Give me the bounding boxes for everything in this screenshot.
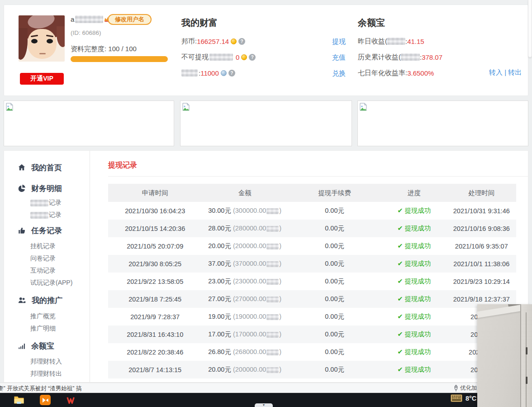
amount-mosaic-blur — [266, 350, 279, 355]
main-panel: 我的首页 财务明细 记录 记录 任务记录 挂机记录 问卷记录 互动记录 试玩记录… — [4, 150, 528, 383]
yuebao-row2-label: 历史累计收益( — [358, 53, 401, 62]
sidebar-item-home[interactable]: 我的首页 — [18, 162, 62, 173]
fee-cell: 0.00元 — [288, 259, 381, 268]
check-icon: ✔ — [397, 242, 403, 249]
sidebar-item-yuebao-transfer-out[interactable]: 邦理财转出 — [30, 369, 62, 379]
process-time-cell: 2021/10/6 9:35:07 — [447, 243, 516, 250]
sidebar-item-label: 邦理财转入 — [30, 358, 62, 366]
sidebar-item-recharge-records[interactable]: 记录 — [30, 210, 62, 220]
check-icon: ✔ — [397, 330, 403, 338]
sidebar-item-withdraw-records[interactable]: 记录 — [30, 197, 62, 208]
sidebar-item-promo-overview[interactable]: 推广概览 — [30, 311, 56, 322]
avatar-brow — [31, 35, 38, 37]
status-cell: ✔ 提现成功 — [381, 295, 446, 303]
yuebao-row2-value: 378.07 — [422, 53, 442, 61]
news-ticker-text[interactable]: 妻” 开放式关系被封 “渣男始祖” 搞 — [0, 385, 81, 393]
yuebao-row-rate: 七日年化收益率: 3.6500% — [358, 68, 434, 77]
status-cell: ✔ 提现成功 — [381, 277, 446, 286]
table-header-row: 申请时间 金额 提现手续费 进度 处理时间 — [108, 184, 516, 202]
vertical-scrollbar-thumb[interactable] — [528, 0, 532, 57]
sidebar-item-trial-records[interactable]: 试玩记录(APP) — [30, 278, 72, 288]
avatar-hair-left — [19, 28, 28, 60]
check-icon: ✔ — [397, 348, 403, 355]
yuebao-row1-mosaic-blur — [387, 38, 405, 45]
wealth-row1-label: 邦币: — [181, 37, 197, 46]
process-time-cell: 2021/9/23 10:29:14 — [447, 278, 516, 285]
amount-mosaic-blur — [266, 208, 279, 214]
gold-coin-icon — [241, 54, 247, 60]
sidebar-item-interaction-records[interactable]: 互动记录 — [30, 265, 56, 276]
amount-cell: 19.00元 (190000.00) — [202, 312, 287, 321]
withdraw-link[interactable]: 提现 — [332, 38, 346, 46]
home-icon — [18, 163, 26, 172]
sidebar-item-yuebao[interactable]: 余额宝 — [18, 340, 54, 352]
sidebar-item-finance[interactable]: 财务明细 — [18, 182, 62, 194]
apply-time-cell: 2021/8/7 14:13:15 — [108, 366, 202, 373]
transfer-in-out-links[interactable]: 转入 | 转出 — [489, 68, 522, 77]
help-icon[interactable] — [238, 38, 245, 45]
amount-cell: 17.00元 (170000.00) — [202, 330, 287, 339]
amount-cell: 28.00元 (280000.00) — [202, 224, 287, 233]
file-explorer-icon[interactable] — [14, 395, 24, 405]
wealth-row-points: : 11000 — [181, 68, 235, 77]
help-icon[interactable] — [228, 70, 235, 77]
sidebar-item-yuebao-transfer-in[interactable]: 邦理财转入 — [30, 356, 62, 367]
process-time-cell: 2021/10/16 9:08:36 — [447, 225, 516, 232]
check-icon: ✔ — [397, 278, 403, 285]
users-icon — [18, 296, 26, 304]
wealth-row-locked: 不可提现 0 — [181, 53, 256, 62]
avatar-eye — [47, 39, 53, 43]
sidebar-item-promotion[interactable]: 我的推广 — [18, 294, 62, 306]
sidebar-mosaic-blur — [30, 212, 48, 219]
amount-cell: 27.00元 (270000.00) — [202, 295, 287, 303]
sidebar-item-survey-records[interactable]: 问卷记录 — [30, 253, 56, 264]
sidebar-item-hangup-records[interactable]: 挂机记录 — [30, 241, 56, 252]
avatar-brow — [46, 35, 53, 37]
fee-cell: 0.00元 — [288, 206, 381, 215]
avatar-face — [28, 29, 57, 59]
apply-time-cell: 2021/8/22 20:38:46 — [108, 349, 202, 356]
temperature-label: 8°C — [466, 395, 476, 402]
sidebar-item-label: 试玩记录(APP) — [30, 279, 72, 287]
broken-image-icon — [182, 103, 190, 111]
weather-widget[interactable]: 8°C — [451, 394, 476, 402]
help-icon[interactable] — [249, 54, 256, 61]
check-icon: ✔ — [397, 225, 403, 232]
wps-office-icon[interactable] — [66, 395, 77, 405]
amount-cell: 20.00元 (200000.00) — [202, 365, 287, 374]
collapsed-panel-handle[interactable]: ▼ — [255, 403, 273, 407]
open-vip-button[interactable]: 开通VIP — [20, 73, 64, 85]
keyboard-icon — [451, 394, 462, 402]
yuebao-row1-label: 昨日收益( — [358, 37, 387, 46]
apply-time-cell: 2021/10/5 20:07:09 — [108, 243, 202, 250]
sidebar-item-tasks[interactable]: 任务记录 — [18, 225, 62, 236]
amount-cell: 30.00元 (300000.00) — [202, 206, 287, 215]
broken-image-icon — [6, 103, 13, 111]
thumbs-up-icon — [18, 226, 26, 235]
rocket-icon — [453, 385, 459, 392]
exchange-link[interactable]: 兑换 — [332, 69, 346, 78]
amount-cell: 37.00元 (370000.00) — [202, 259, 287, 268]
amount-mosaic-blur — [266, 367, 279, 373]
yuebao-row-yesterday: 昨日收益( : 41.15 — [358, 37, 424, 46]
table-row: 2021/8/7 14:13:15 20.00元 (200000.00) 0.0… — [108, 361, 516, 378]
fee-cell: 0.00元 — [288, 330, 381, 339]
recharge-link[interactable]: 充值 — [332, 53, 346, 62]
edit-username-button[interactable]: 修改用户名 — [108, 14, 152, 25]
banner-placeholder-1[interactable] — [4, 101, 174, 146]
sidebar-item-promo-detail[interactable]: 推广明细 — [30, 323, 56, 334]
banner-placeholder-3[interactable] — [357, 101, 528, 146]
profile-completeness-label: 资料完整度: 100 / 100 — [71, 45, 137, 53]
banner-placeholder-2[interactable] — [180, 101, 352, 146]
fee-cell: 0.00元 — [288, 295, 381, 303]
apply-time-cell: 2021/9/30 8:05:25 — [108, 260, 202, 268]
column-header: 处理时间 — [447, 189, 516, 197]
chevron-down-icon: ▼ — [262, 403, 266, 407]
bar-chart-icon — [18, 342, 26, 350]
amount-mosaic-blur — [266, 279, 279, 285]
sidebar-mosaic-blur — [30, 200, 48, 206]
media-app-icon[interactable] — [40, 395, 51, 405]
process-time-cell: 2021/10/1 11:38:06 — [447, 260, 516, 268]
status-cell: ✔ 提现成功 — [381, 312, 446, 321]
amount-mosaic-blur — [266, 332, 279, 338]
